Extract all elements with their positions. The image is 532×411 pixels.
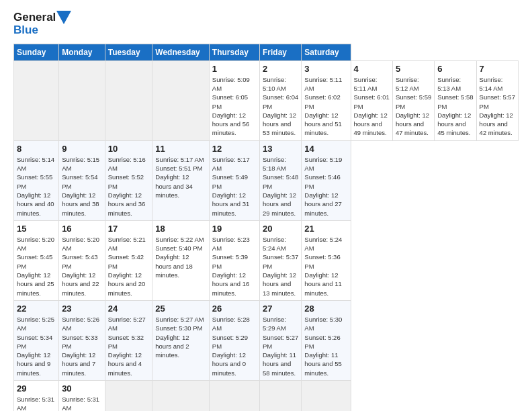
calendar-cell [152, 381, 210, 412]
calendar-table: SundayMondayTuesdayWednesdayThursdayFrid… [13, 44, 519, 411]
day-number: 10 [108, 144, 150, 154]
col-header-sunday: Sunday [14, 44, 59, 60]
day-number: 2 [263, 64, 298, 74]
day-number: 28 [304, 304, 347, 314]
calendar-cell: 16 Sunrise: 5:20 AM Sunset: 5:43 PM Dayl… [59, 220, 105, 300]
calendar-cell: 20 Sunrise: 5:24 AM Sunset: 5:37 PM Dayl… [259, 220, 301, 300]
day-number: 27 [263, 304, 298, 314]
calendar-cell: 2 Sunrise: 5:10 AM Sunset: 6:04 PM Dayli… [259, 60, 301, 140]
day-number: 5 [396, 64, 431, 74]
day-number: 30 [62, 383, 102, 394]
col-header-friday: Friday [259, 44, 301, 60]
day-info: Sunrise: 5:10 AM Sunset: 6:04 PM Dayligh… [263, 75, 298, 138]
day-number: 25 [155, 304, 206, 314]
calendar-cell: 9 Sunrise: 5:15 AM Sunset: 5:54 PM Dayli… [59, 140, 105, 220]
calendar-cell: 6 Sunrise: 5:13 AM Sunset: 5:58 PM Dayli… [435, 60, 476, 140]
day-info: Sunrise: 5:13 AM Sunset: 5:58 PM Dayligh… [437, 75, 473, 138]
day-number: 1 [212, 64, 257, 74]
calendar-cell [302, 381, 351, 412]
calendar-cell [209, 381, 259, 412]
header: General Blue [13, 11, 519, 37]
col-header-saturday: Saturday [302, 44, 351, 60]
logo-blue-text: Blue [13, 24, 38, 36]
day-number: 14 [304, 144, 347, 154]
day-number: 9 [62, 144, 102, 154]
calendar-cell [105, 60, 152, 140]
day-number: 4 [354, 64, 390, 74]
day-number: 21 [304, 224, 347, 234]
day-info: Sunrise: 5:22 AM Sunset: 5:40 PM Dayligh… [155, 235, 206, 279]
calendar-cell: 30 Sunrise: 5:31 AM Sunset: 5:23 PM Dayl… [59, 381, 105, 412]
calendar-cell: 15 Sunrise: 5:20 AM Sunset: 5:45 PM Dayl… [14, 220, 59, 300]
logo-container: General Blue [13, 11, 71, 37]
col-header-tuesday: Tuesday [105, 44, 152, 60]
calendar-cell: 7 Sunrise: 5:14 AM Sunset: 5:57 PM Dayli… [476, 60, 518, 140]
calendar-cell [59, 60, 105, 140]
day-info: Sunrise: 5:14 AM Sunset: 5:55 PM Dayligh… [17, 155, 56, 218]
calendar-cell: 22 Sunrise: 5:25 AM Sunset: 5:34 PM Dayl… [14, 300, 59, 380]
day-number: 6 [437, 64, 473, 74]
page: General Blue SundayMondayTuesdayWednesda… [0, 0, 532, 411]
calendar-cell: 13 Sunrise: 5:18 AM Sunset: 5:48 PM Dayl… [259, 140, 301, 220]
calendar-cell: 23 Sunrise: 5:26 AM Sunset: 5:33 PM Dayl… [59, 300, 105, 380]
calendar-cell: 12 Sunrise: 5:17 AM Sunset: 5:49 PM Dayl… [209, 140, 259, 220]
day-info: Sunrise: 5:15 AM Sunset: 5:54 PM Dayligh… [62, 155, 102, 218]
day-info: Sunrise: 5:23 AM Sunset: 5:39 PM Dayligh… [212, 235, 257, 298]
calendar-cell: 27 Sunrise: 5:29 AM Sunset: 5:27 PM Dayl… [259, 300, 301, 380]
calendar-cell: 11 Sunrise: 5:17 AM Sunset: 5:51 PM Dayl… [152, 140, 210, 220]
logo: General Blue [13, 11, 71, 37]
calendar-cell [105, 381, 152, 412]
day-info: Sunrise: 5:24 AM Sunset: 5:37 PM Dayligh… [263, 235, 298, 298]
day-info: Sunrise: 5:20 AM Sunset: 5:43 PM Dayligh… [62, 235, 102, 298]
calendar-week-row: 29 Sunrise: 5:31 AM Sunset: 5:24 PM Dayl… [14, 381, 519, 412]
day-info: Sunrise: 5:09 AM Sunset: 6:05 PM Dayligh… [212, 75, 257, 138]
calendar-cell: 10 Sunrise: 5:16 AM Sunset: 5:52 PM Dayl… [105, 140, 152, 220]
calendar-cell: 5 Sunrise: 5:12 AM Sunset: 5:59 PM Dayli… [392, 60, 434, 140]
day-info: Sunrise: 5:12 AM Sunset: 5:59 PM Dayligh… [396, 75, 431, 138]
day-number: 22 [17, 304, 56, 314]
day-info: Sunrise: 5:11 AM Sunset: 6:02 PM Dayligh… [304, 75, 347, 138]
calendar-cell: 1 Sunrise: 5:09 AM Sunset: 6:05 PM Dayli… [209, 60, 259, 140]
day-number: 20 [263, 224, 298, 234]
day-number: 26 [212, 304, 257, 314]
calendar-cell: 8 Sunrise: 5:14 AM Sunset: 5:55 PM Dayli… [14, 140, 59, 220]
day-info: Sunrise: 5:14 AM Sunset: 5:57 PM Dayligh… [480, 75, 515, 138]
calendar-cell [152, 60, 210, 140]
day-info: Sunrise: 5:27 AM Sunset: 5:32 PM Dayligh… [108, 315, 150, 377]
day-info: Sunrise: 5:24 AM Sunset: 5:36 PM Dayligh… [304, 235, 347, 298]
calendar-cell: 21 Sunrise: 5:24 AM Sunset: 5:36 PM Dayl… [302, 220, 351, 300]
day-number: 7 [480, 64, 515, 74]
day-info: Sunrise: 5:19 AM Sunset: 5:46 PM Dayligh… [304, 155, 347, 218]
calendar-week-row: 1 Sunrise: 5:09 AM Sunset: 6:05 PM Dayli… [14, 60, 519, 140]
calendar-week-row: 8 Sunrise: 5:14 AM Sunset: 5:55 PM Dayli… [14, 140, 519, 220]
day-info: Sunrise: 5:20 AM Sunset: 5:45 PM Dayligh… [17, 235, 56, 298]
calendar-cell: 24 Sunrise: 5:27 AM Sunset: 5:32 PM Dayl… [105, 300, 152, 380]
day-info: Sunrise: 5:30 AM Sunset: 5:26 PM Dayligh… [304, 315, 347, 377]
calendar-cell [14, 60, 59, 140]
day-info: Sunrise: 5:31 AM Sunset: 5:24 PM Dayligh… [17, 395, 56, 411]
day-number: 19 [212, 224, 257, 234]
day-info: Sunrise: 5:25 AM Sunset: 5:34 PM Dayligh… [17, 315, 56, 377]
day-info: Sunrise: 5:21 AM Sunset: 5:42 PM Dayligh… [108, 235, 150, 298]
calendar-cell: 29 Sunrise: 5:31 AM Sunset: 5:24 PM Dayl… [14, 381, 59, 412]
day-info: Sunrise: 5:27 AM Sunset: 5:30 PM Dayligh… [155, 315, 206, 359]
col-header-monday: Monday [59, 44, 105, 60]
col-header-wednesday: Wednesday [152, 44, 210, 60]
svg-marker-0 [56, 11, 71, 24]
day-info: Sunrise: 5:18 AM Sunset: 5:48 PM Dayligh… [263, 155, 298, 218]
day-info: Sunrise: 5:28 AM Sunset: 5:29 PM Dayligh… [212, 315, 257, 377]
day-info: Sunrise: 5:17 AM Sunset: 5:49 PM Dayligh… [212, 155, 257, 218]
calendar-cell: 3 Sunrise: 5:11 AM Sunset: 6:02 PM Dayli… [302, 60, 351, 140]
day-number: 29 [17, 383, 56, 394]
calendar-cell [259, 381, 301, 412]
calendar-week-row: 22 Sunrise: 5:25 AM Sunset: 5:34 PM Dayl… [14, 300, 519, 380]
calendar-cell: 19 Sunrise: 5:23 AM Sunset: 5:39 PM Dayl… [209, 220, 259, 300]
calendar-header-row: SundayMondayTuesdayWednesdayThursdayFrid… [14, 44, 519, 60]
day-number: 23 [62, 304, 102, 314]
calendar-cell: 14 Sunrise: 5:19 AM Sunset: 5:46 PM Dayl… [302, 140, 351, 220]
day-number: 8 [17, 144, 56, 154]
day-info: Sunrise: 5:17 AM Sunset: 5:51 PM Dayligh… [155, 155, 206, 199]
calendar-cell: 25 Sunrise: 5:27 AM Sunset: 5:30 PM Dayl… [152, 300, 210, 380]
col-header-thursday: Thursday [209, 44, 259, 60]
day-info: Sunrise: 5:16 AM Sunset: 5:52 PM Dayligh… [108, 155, 150, 218]
